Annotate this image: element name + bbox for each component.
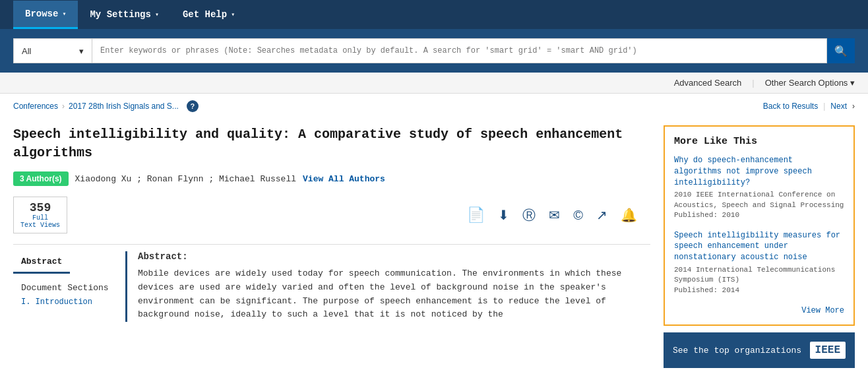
section-link-introduction[interactable]: I. Introduction [13,295,125,309]
right-sidebar: More Like This Why do speech-enhancement… [664,119,855,368]
next-arrow: › [852,102,855,111]
more-like-this-panel: More Like This Why do speech-enhancement… [664,125,855,326]
nav-item-help[interactable]: Get Help ▾ [171,1,247,28]
view-more-link[interactable]: View More [801,306,844,315]
share-icon[interactable]: ↗ [596,207,607,223]
abstract-heading: Abstract: [138,251,650,262]
copyright-icon[interactable]: © [573,208,583,223]
secondary-search-bar: Advanced Search | Other Search Options ▾ [0,73,868,94]
doc-sections-label: Document Sections [13,280,125,295]
stats-number: 359 [20,201,60,214]
abstract-tab[interactable]: Abstract [13,251,70,274]
next-link[interactable]: Next [830,102,847,111]
settings-chevron: ▾ [155,11,159,18]
section-divider [13,244,650,245]
breadcrumb-conference-name[interactable]: 2017 28th Irish Signals and S... [69,102,179,111]
mlt-footer: View More [674,305,844,315]
category-label: All [22,46,31,56]
stats-icons-row: 359 Full Text Views 📄 ⬇ Ⓡ ✉ © ↗ 🔔 [13,197,650,233]
author-names: Xiaodong Xu ; Ronan Flynn ; Michael Russ… [75,174,296,184]
left-tabs: Abstract Document Sections I. Introducti… [13,251,125,322]
breadcrumb-area: Conferences › 2017 28th Irish Signals an… [0,94,868,119]
mlt-venue-0: 2010 IEEE International Conference on Ac… [674,190,844,210]
tabs-content-row: Abstract Document Sections I. Introducti… [13,251,650,322]
ieee-banner: See the top organizations IEEE [664,332,855,368]
category-chevron: ▾ [79,46,84,56]
ieee-banner-text: See the top organizations [673,346,801,355]
help-label: Get Help [183,9,227,20]
help-icon[interactable]: ? [187,100,199,112]
other-search-label: Other Search Options [765,78,848,88]
search-row: All ▾ 🔍 [13,38,855,63]
mlt-title: More Like This [674,136,844,147]
search-category-dropdown[interactable]: All ▾ [13,38,92,63]
nav-sep: | [823,102,825,111]
browse-chevron: ▾ [62,10,66,18]
ieee-logo: IEEE [810,342,846,359]
mlt-link-1[interactable]: Speech intelligibility measures for spee… [674,230,844,263]
pdf-icon[interactable]: 📄 [467,206,485,224]
stats-box: 359 Full Text Views [13,197,67,233]
nav-results: Back to Results | Next › [763,102,855,111]
search-input[interactable] [92,38,827,63]
mlt-published-0: Published: 2010 [674,210,844,220]
other-search-chevron: ▾ [850,78,855,88]
nav-item-settings[interactable]: My Settings ▾ [78,1,170,28]
article-title: Speech intelligibility and quality: A co… [13,119,650,162]
view-all-authors-link[interactable]: View All Authors [303,174,385,184]
breadcrumb: Conferences › 2017 28th Irish Signals an… [13,100,199,112]
mlt-published-1: Published: 2014 [674,286,844,295]
separator: | [752,78,754,88]
article-area: Speech intelligibility and quality: A co… [13,119,650,368]
download-icon[interactable]: ⬇ [498,207,509,223]
search-area: All ▾ 🔍 [0,29,868,73]
help-chevron: ▾ [231,11,235,18]
mlt-venue-1: 2014 International Telecommunications Sy… [674,265,844,286]
stats-line1: Full [20,214,60,222]
nav-item-browse[interactable]: Browse ▾ [13,1,78,29]
other-search-link[interactable]: Other Search Options ▾ [765,78,855,88]
top-nav: Browse ▾ My Settings ▾ Get Help ▾ [0,0,868,29]
breadcrumb-sep1: › [62,102,65,111]
abstract-content: Abstract: Mobile devices are widely used… [125,251,650,322]
settings-label: My Settings [90,9,150,20]
icon-actions: 📄 ⬇ Ⓡ ✉ © ↗ 🔔 [467,206,650,224]
abstract-text: Mobile devices are widely used today for… [138,267,650,322]
author-badge: 3 Author(s) [13,171,69,186]
search-icon: 🔍 [834,45,848,57]
authors-row: 3 Author(s) Xiaodong Xu ; Ronan Flynn ; … [13,171,650,186]
browse-label: Browse [25,9,58,19]
reference-icon[interactable]: Ⓡ [522,206,536,224]
stats-line2: Text Views [20,222,60,229]
mlt-item-1: Speech intelligibility measures for spee… [674,230,844,296]
email-icon[interactable]: ✉ [549,207,560,223]
back-to-results-link[interactable]: Back to Results [763,102,818,111]
search-button[interactable]: 🔍 [827,38,855,63]
bell-icon[interactable]: 🔔 [621,207,637,223]
breadcrumb-conferences[interactable]: Conferences [13,102,58,111]
advanced-search-link[interactable]: Advanced Search [674,78,742,88]
mlt-item-0: Why do speech-enhancement algorithms not… [674,155,844,221]
mlt-link-0[interactable]: Why do speech-enhancement algorithms not… [674,155,844,188]
main-content: Speech intelligibility and quality: A co… [0,119,868,368]
